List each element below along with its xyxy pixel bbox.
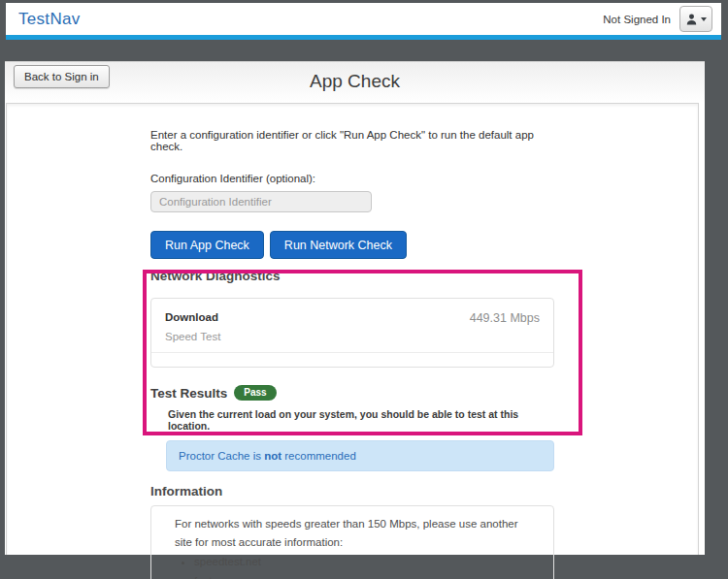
config-identifier-input[interactable] [150, 191, 372, 212]
back-to-signin-button[interactable]: Back to Sign in [14, 65, 110, 88]
download-metric-label: Download [165, 311, 220, 323]
info-link-speedtest: speedtest.net [194, 552, 530, 571]
test-results-heading: Test Results [150, 386, 227, 401]
information-note: For networks with speeds greater than 15… [175, 515, 530, 552]
speed-card-empty-row [151, 353, 553, 367]
proctor-cache-alert: Proctor Cache is not recommended [166, 440, 554, 471]
page-title: App Check [5, 62, 705, 101]
test-results-heading-row: Test Results Pass [150, 385, 554, 401]
speed-test-row: Download Speed Test 449.31 Mbps [151, 299, 553, 353]
user-menu-button[interactable] [679, 6, 712, 32]
speed-test-source-label: Speed Test [165, 331, 220, 342]
testnav-logo: TestNav [18, 10, 81, 29]
speed-test-labels: Download Speed Test [165, 311, 220, 342]
content-panel: Enter a configuration identifier or clic… [6, 103, 699, 555]
information-links-list: speedtest.net fast.com [181, 552, 530, 579]
action-buttons-row: Run App Check Run Network Check [150, 231, 554, 259]
config-identifier-label: Configuration Identifier (optional): [150, 173, 554, 184]
run-app-check-button[interactable]: Run App Check [150, 231, 264, 259]
caret-down-icon [701, 17, 707, 21]
run-network-check-button[interactable]: Run Network Check [270, 231, 407, 259]
page-background: TestNav Not Signed In Back to Sign in Ap… [0, 0, 728, 579]
network-diagnostics-heading: Network Diagnostics [150, 269, 554, 283]
proctor-note-prefix: Proctor Cache is [179, 450, 264, 462]
top-bar-right: Not Signed In [603, 6, 712, 32]
info-link-fastcom: fast.com [194, 571, 530, 579]
speed-test-card: Download Speed Test 449.31 Mbps [150, 298, 554, 368]
proctor-note-emphasis: not [264, 450, 281, 462]
information-box: For networks with speeds greater than 15… [150, 505, 554, 579]
load-summary-text: Given the current load on your system, y… [168, 408, 554, 432]
main-area: Back to Sign in App Check Enter a config… [5, 61, 705, 555]
person-icon [685, 14, 698, 25]
content-column: Enter a configuration identifier or clic… [150, 129, 554, 579]
download-speed-value: 449.31 Mbps [470, 311, 540, 325]
top-bar: TestNav Not Signed In [6, 3, 721, 40]
signin-status: Not Signed In [603, 14, 671, 25]
intro-text: Enter a configuration identifier or clic… [150, 129, 554, 152]
information-heading: Information [150, 484, 554, 499]
pass-status-badge: Pass [234, 385, 276, 401]
proctor-note-suffix: recommended [281, 450, 356, 462]
title-bar: Back to Sign in App Check [5, 62, 705, 103]
